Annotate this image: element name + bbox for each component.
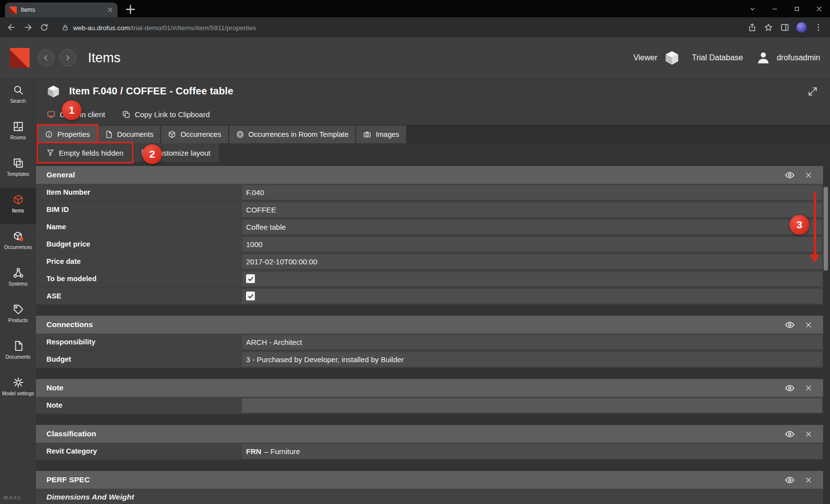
app-header: Items Viewer Trial Database drofusadmin xyxy=(0,38,830,78)
app-forward-button[interactable] xyxy=(59,49,76,66)
field-value[interactable] xyxy=(242,398,822,413)
tab-occurrences[interactable]: Occurrences xyxy=(161,126,228,143)
section-title: PERF SPEC xyxy=(46,475,785,484)
item-cube-icon xyxy=(46,84,61,99)
field-value[interactable] xyxy=(242,272,822,286)
field-label: Note xyxy=(36,401,242,409)
tab-documents[interactable]: Documents xyxy=(98,126,160,143)
sidebar-item-documents[interactable]: Documents xyxy=(0,334,36,371)
field-value[interactable]: ARCH - Architect xyxy=(242,335,822,349)
section-header[interactable]: Classification xyxy=(36,425,823,443)
customize-layout-button[interactable]: Customize layout xyxy=(133,143,219,162)
eye-icon[interactable] xyxy=(785,383,795,393)
sidebar-item-occurrences[interactable]: Occurrences xyxy=(0,224,36,261)
app-back-button[interactable] xyxy=(38,49,54,66)
new-tab-button[interactable] xyxy=(124,2,137,16)
field-row-name: Name Coffee table xyxy=(36,218,823,236)
eye-icon[interactable] xyxy=(785,320,795,330)
checkbox-checked[interactable] xyxy=(246,274,255,283)
eye-icon[interactable] xyxy=(785,429,795,439)
field-value[interactable]: F.040 xyxy=(242,185,822,200)
user-menu[interactable]: drofusadmin xyxy=(756,50,820,65)
section-header[interactable]: Connections xyxy=(36,316,823,334)
tab-images[interactable]: Images xyxy=(356,126,406,143)
lock-icon xyxy=(62,24,69,31)
back-icon[interactable] xyxy=(7,23,16,32)
username: drofusadmin xyxy=(777,53,820,62)
field-label: Responsibility xyxy=(36,338,242,346)
tab-occurrences-in-room-template[interactable]: Occurrences in Room Template xyxy=(229,126,356,143)
scrollbar-thumb[interactable] xyxy=(824,187,828,271)
url-text: web-au.drofus.com/trial-demo/01/#/items/… xyxy=(73,23,256,32)
side-panel-icon[interactable] xyxy=(780,23,789,32)
forward-icon[interactable] xyxy=(23,23,33,32)
field-value[interactable]: 1000 xyxy=(242,237,822,252)
subgroup-label: Dimensions And Weight xyxy=(46,493,134,502)
app-version: 30.6.0 () xyxy=(3,495,20,500)
profile-avatar[interactable] xyxy=(796,22,807,33)
tab-close-icon[interactable] xyxy=(107,7,113,13)
sidebar-item-products[interactable]: Products xyxy=(0,297,36,334)
menu-dots-icon[interactable] xyxy=(814,23,823,32)
field-value[interactable]: 2017-02-10T00:00:00 xyxy=(242,254,822,269)
drofus-logo xyxy=(10,48,30,68)
sidebar-item-model-settings[interactable]: Model settings xyxy=(0,371,36,407)
section-header[interactable]: PERF SPEC xyxy=(36,471,823,489)
section-note: Note Note xyxy=(36,379,823,414)
sidebar-item-rooms[interactable]: Rooms xyxy=(0,115,36,151)
eye-icon[interactable] xyxy=(785,170,795,180)
info-icon xyxy=(45,130,53,138)
close-window-button[interactable] xyxy=(808,0,830,17)
close-icon[interactable] xyxy=(805,430,812,438)
browser-tab-bar: Items xyxy=(0,0,830,17)
field-value[interactable]: Coffee table xyxy=(242,220,822,234)
close-icon[interactable] xyxy=(805,384,812,392)
properties-toolbar: Empty fields hidden Customize layout xyxy=(36,143,830,162)
item-actions-row: Open in client Copy Link to Clipboard xyxy=(36,104,830,125)
field-label: ASE xyxy=(36,292,242,300)
minimize-button[interactable] xyxy=(763,0,786,17)
field-value[interactable]: 3 - Purchased by Developer, installed by… xyxy=(242,352,822,367)
sidebar-item-systems[interactable]: Systems xyxy=(0,261,36,297)
fullscreen-expand-icon[interactable] xyxy=(807,86,818,97)
action-copy-link-to-clipboard[interactable]: Copy Link to Clipboard xyxy=(122,110,210,119)
section-header[interactable]: General xyxy=(36,166,823,184)
action-open-in-client[interactable]: Open in client xyxy=(47,110,105,119)
documents-icon xyxy=(13,340,24,351)
field-label: Price date xyxy=(36,257,242,265)
address-bar[interactable]: web-au.drofus.com/trial-demo/01/#/items/… xyxy=(56,20,741,35)
tab-search-chevron-icon[interactable] xyxy=(741,0,763,17)
tab-properties[interactable]: Properties xyxy=(38,126,97,143)
checkbox-checked[interactable] xyxy=(246,292,255,300)
bookmark-star-icon[interactable] xyxy=(764,23,773,32)
drofus-favicon xyxy=(9,6,17,14)
open-in-client-icon xyxy=(47,110,55,119)
close-icon[interactable] xyxy=(805,476,812,484)
database-name[interactable]: Trial Database xyxy=(692,53,743,62)
field-label: Budget price xyxy=(36,240,242,248)
browser-tab[interactable]: Items xyxy=(5,2,118,17)
empty-fields-hidden-button[interactable]: Empty fields hidden xyxy=(38,143,132,162)
url-domain: web-au.drofus.com xyxy=(73,24,130,32)
maximize-button[interactable] xyxy=(786,0,808,17)
field-label: Item Number xyxy=(36,188,242,196)
field-value[interactable] xyxy=(242,289,822,303)
close-icon[interactable] xyxy=(805,171,812,179)
room-template-icon xyxy=(236,130,244,138)
viewer-role-selector[interactable]: Viewer xyxy=(633,49,680,66)
field-value[interactable]: COFFEE xyxy=(242,203,822,217)
reload-icon[interactable] xyxy=(40,23,49,32)
sidebar-item-search[interactable]: Search xyxy=(0,78,36,115)
sidebar-item-templates[interactable]: Templates xyxy=(0,151,36,188)
sidebar-nav: Search Rooms Templates Items Occurrences… xyxy=(0,78,36,504)
field-label: BIM ID xyxy=(36,206,242,213)
field-row-item-number: Item Number F.040 xyxy=(36,184,823,201)
eye-icon[interactable] xyxy=(785,475,795,485)
close-icon[interactable] xyxy=(805,321,812,329)
share-icon[interactable] xyxy=(747,23,757,32)
field-row-budget-price: Budget price 1000 xyxy=(36,236,823,253)
field-row-budget: Budget 3 - Purchased by Developer, insta… xyxy=(36,351,823,368)
sidebar-item-items[interactable]: Items xyxy=(0,188,36,224)
section-header[interactable]: Note xyxy=(36,379,823,397)
field-value[interactable]: FRN – Furniture xyxy=(242,444,822,459)
